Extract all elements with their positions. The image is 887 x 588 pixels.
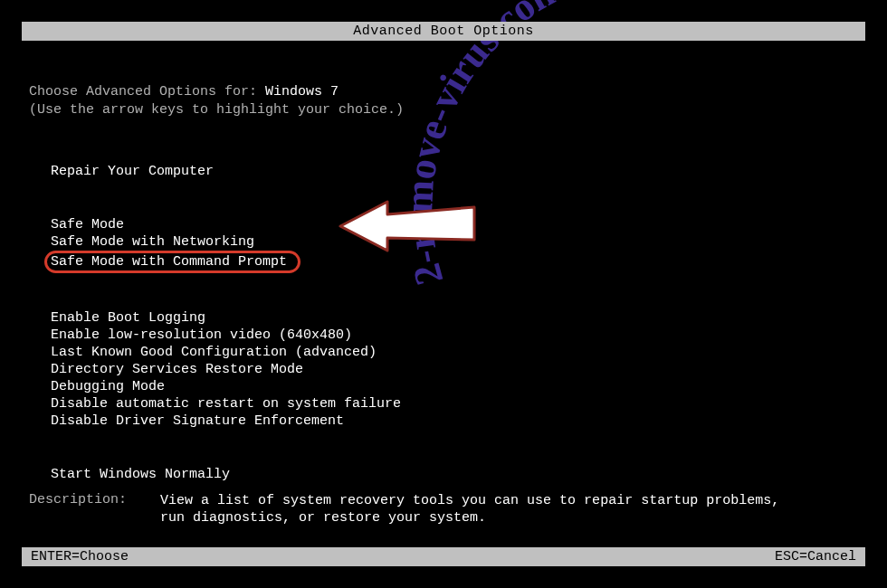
option-start-normally[interactable]: Start Windows Normally — [51, 466, 230, 483]
option-disable-auto-restart[interactable]: Disable automatic restart on system fail… — [51, 395, 401, 413]
option-directory-services[interactable]: Directory Services Restore Mode — [51, 361, 303, 378]
option-safe-mode[interactable]: Safe Mode — [51, 216, 124, 233]
content-area: Choose Advanced Options for: Windows 7 (… — [22, 84, 865, 483]
description-label: Description: — [29, 492, 127, 507]
boot-screen-frame: Advanced Boot Options Choose Advanced Op… — [22, 22, 865, 566]
option-group-3: Enable Boot Logging Enable low-resolutio… — [51, 309, 858, 430]
option-safe-mode-networking[interactable]: Safe Mode with Networking — [51, 233, 254, 251]
option-debugging-mode[interactable]: Debugging Mode — [51, 378, 165, 395]
option-group-4: Start Windows Normally — [51, 466, 858, 483]
option-group-1: Repair Your Computer — [51, 163, 858, 180]
footer-enter: ENTER=Choose — [31, 549, 129, 564]
title-bar: Advanced Boot Options — [22, 22, 865, 41]
option-boot-logging[interactable]: Enable Boot Logging — [51, 309, 205, 327]
description-block: Description: View a list of system recov… — [29, 492, 858, 526]
footer-bar: ENTER=Choose ESC=Cancel — [22, 547, 865, 566]
footer-esc: ESC=Cancel — [775, 549, 856, 564]
option-last-known-good[interactable]: Last Known Good Configuration (advanced) — [51, 344, 377, 361]
option-disable-driver-sig[interactable]: Disable Driver Signature Enforcement — [51, 413, 344, 430]
option-group-2: Safe Mode Safe Mode with Networking Safe… — [51, 216, 858, 273]
option-safe-mode-cmd[interactable]: Safe Mode with Command Prompt — [44, 251, 300, 273]
os-name: Windows 7 — [265, 84, 339, 100]
screen-title: Advanced Boot Options — [353, 24, 534, 39]
description-text: View a list of system recovery tools you… — [160, 492, 794, 526]
prompt-prefix: Choose Advanced Options for: — [29, 84, 265, 100]
prompt-line: Choose Advanced Options for: Windows 7 — [29, 84, 858, 100]
option-repair-computer[interactable]: Repair Your Computer — [51, 163, 214, 180]
hint-line: (Use the arrow keys to highlight your ch… — [29, 102, 858, 118]
option-low-res[interactable]: Enable low-resolution video (640x480) — [51, 327, 352, 344]
